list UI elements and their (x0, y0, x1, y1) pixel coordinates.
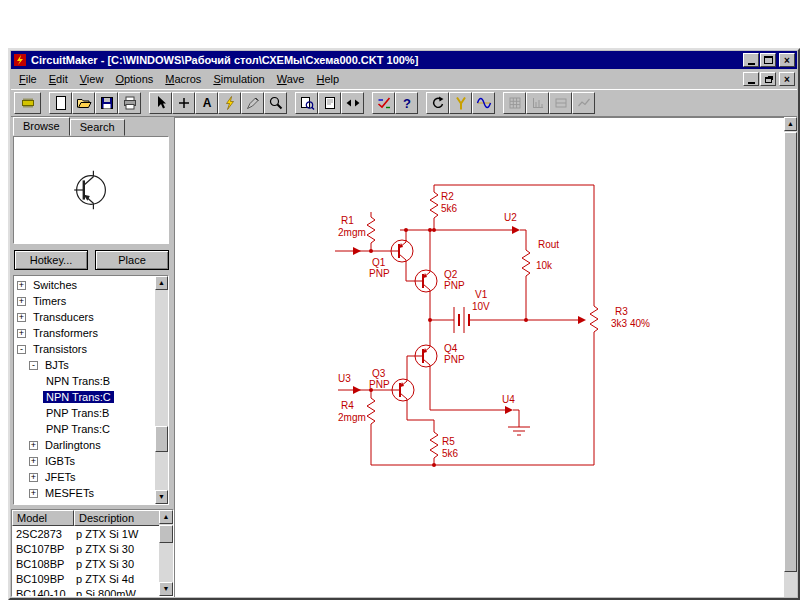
scrollbar-thumb[interactable] (784, 132, 797, 572)
menu-wave[interactable]: Wave (271, 70, 311, 88)
component-r5[interactable]: R5 5k6 (430, 432, 459, 459)
child-restore-button[interactable] (760, 72, 776, 86)
tree-item-npn-trans-b[interactable]: NPN Trans:B (43, 375, 113, 387)
component-q2[interactable]: Q2 PNP (415, 269, 465, 292)
hotkey-button[interactable]: Hotkey... (14, 250, 88, 270)
menu-simulation[interactable]: Simulation (207, 70, 270, 88)
sheet-button[interactable] (318, 92, 341, 114)
menu-edit[interactable]: Edit (43, 70, 74, 88)
tree-item-transistors[interactable]: Transistors (30, 343, 90, 355)
tree-item-timers[interactable]: Timers (30, 295, 69, 307)
label-r3-value[interactable]: 3k3 40% (611, 318, 650, 329)
scrollbar-thumb[interactable] (155, 426, 168, 452)
help-button[interactable]: ? (395, 92, 418, 114)
mixed-mode-button[interactable] (372, 92, 395, 114)
expand-minus-icon[interactable]: - (17, 345, 26, 354)
model-row[interactable]: BC109BPp ZTX Si 4d (12, 571, 159, 586)
schematic-canvas[interactable]: R1 2mgm R2 5k6 Rout 10k (174, 117, 784, 597)
label-r2-value[interactable]: 5k6 (441, 203, 458, 214)
tree-item-pnp-trans-c[interactable]: PNP Trans:C (43, 423, 113, 435)
minimize-button[interactable] (743, 53, 759, 67)
label-u4[interactable]: U4 (502, 394, 515, 405)
component-r4[interactable]: R4 2mgm (338, 398, 375, 424)
tree-item-npn-trans-c[interactable]: NPN Trans:C (43, 391, 114, 403)
expand-plus-icon[interactable]: + (29, 457, 38, 466)
tab-search[interactable]: Search (70, 119, 125, 136)
maximize-button[interactable] (760, 53, 776, 67)
label-u2[interactable]: U2 (504, 212, 517, 223)
tree-item-jfets[interactable]: JFETs (42, 471, 79, 483)
label-u3[interactable]: U3 (338, 373, 351, 384)
scroll-down-icon[interactable]: ▼ (155, 490, 168, 504)
input-terminal[interactable] (353, 247, 361, 255)
menu-help[interactable]: Help (310, 70, 345, 88)
scroll-up-icon[interactable]: ▲ (159, 510, 173, 524)
tree-item-transformers[interactable]: Transformers (30, 327, 101, 339)
component-r2[interactable]: R2 5k6 (430, 191, 458, 218)
label-r4-value[interactable]: 2mgm (338, 412, 366, 423)
expand-plus-icon[interactable]: + (17, 329, 26, 338)
wire-tool-button[interactable] (172, 92, 195, 114)
label-v1-value[interactable]: 10V (472, 301, 490, 312)
scrollbar-thumb[interactable] (159, 525, 173, 543)
label-q1[interactable]: Q1 (372, 257, 386, 268)
label-r5[interactable]: R5 (442, 436, 455, 447)
tree-item-mesfets[interactable]: MESFETs (42, 487, 97, 499)
fit-view-button[interactable] (341, 92, 364, 114)
column-header-model[interactable]: Model (12, 510, 74, 526)
expand-plus-icon[interactable]: + (29, 489, 38, 498)
child-minimize-button[interactable] (743, 72, 759, 86)
label-r5-value[interactable]: 5k6 (442, 448, 459, 459)
component-v1-battery[interactable]: V1 10V (454, 289, 490, 333)
schematic[interactable]: R1 2mgm R2 5k6 Rout 10k (175, 118, 784, 597)
component-rout[interactable]: Rout 10k (522, 239, 559, 276)
child-close-button[interactable]: × (779, 72, 795, 86)
menu-view[interactable]: View (74, 70, 110, 88)
multimeter-button[interactable] (449, 92, 472, 114)
text-tool-button[interactable]: A (195, 92, 218, 114)
rotate-button[interactable] (426, 92, 449, 114)
menu-file[interactable]: File (13, 70, 43, 88)
new-button[interactable] (49, 92, 72, 114)
scroll-up-icon[interactable]: ▲ (784, 117, 797, 131)
expand-plus-icon[interactable]: + (17, 297, 26, 306)
label-rout-value[interactable]: 10k (536, 260, 553, 271)
terminal-u4[interactable]: U4 (502, 394, 515, 414)
tree-item-switches[interactable]: Switches (30, 279, 80, 291)
expand-minus-icon[interactable]: - (29, 361, 38, 370)
label-q2-type[interactable]: PNP (444, 280, 465, 291)
component-r1[interactable]: R1 2mgm (338, 215, 375, 243)
label-v1[interactable]: V1 (475, 289, 488, 300)
column-header-description[interactable]: Description (74, 510, 161, 526)
expand-plus-icon[interactable]: + (29, 441, 38, 450)
parts-bin-button[interactable] (14, 92, 41, 114)
label-q2[interactable]: Q2 (444, 269, 458, 280)
terminal-u3[interactable]: U3 (338, 373, 361, 394)
scroll-down-icon[interactable]: ▼ (159, 582, 173, 596)
tree-item-pnp-trans-b[interactable]: PNP Trans:B (43, 407, 112, 419)
close-button[interactable]: × (779, 53, 795, 67)
place-button[interactable]: Place (95, 250, 169, 270)
label-q1-type[interactable]: PNP (369, 268, 390, 279)
terminal-u2[interactable]: U2 (504, 212, 520, 234)
tree-item-transducers[interactable]: Transducers (30, 311, 97, 323)
tree-item-darlingtons[interactable]: Darlingtons (42, 439, 104, 451)
tab-browse[interactable]: Browse (13, 117, 70, 136)
expand-plus-icon[interactable]: + (17, 281, 26, 290)
zoom-area-button[interactable] (295, 92, 318, 114)
label-q4-type[interactable]: PNP (444, 354, 465, 365)
model-row[interactable]: BC140-10p Si 800mW (12, 586, 159, 597)
scroll-up-icon[interactable]: ▲ (155, 276, 168, 290)
print-button[interactable] (118, 92, 141, 114)
menu-macros[interactable]: Macros (159, 70, 207, 88)
scope-button[interactable] (472, 92, 495, 114)
label-r4[interactable]: R4 (341, 400, 354, 411)
tree-item-igbts[interactable]: IGBTs (42, 455, 78, 467)
probe-tool-button[interactable] (241, 92, 264, 114)
cursor-button[interactable] (149, 92, 172, 114)
save-button[interactable] (95, 92, 118, 114)
label-r1-value[interactable]: 2mgm (338, 227, 366, 238)
tree-item-bjts[interactable]: BJTs (42, 359, 72, 371)
expand-plus-icon[interactable]: + (17, 313, 26, 322)
model-row[interactable]: 2SC2873p ZTX Si 1W (12, 526, 159, 541)
